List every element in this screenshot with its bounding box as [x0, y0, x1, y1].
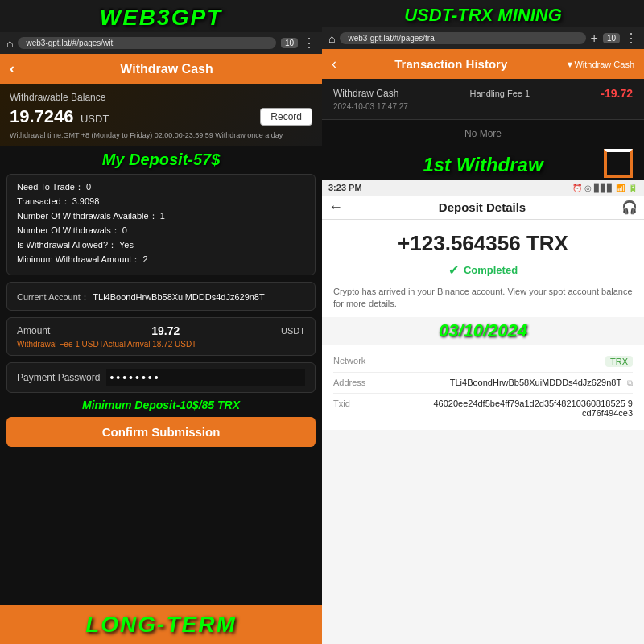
amount-value: 19.72	[151, 324, 180, 337]
deposit-browser-bar: ← Deposit Details 🎧	[322, 196, 644, 220]
withdrawals-row: Number Of Withdrawals： 0	[17, 225, 305, 237]
long-term-banner: LONG-TERM	[0, 605, 322, 644]
withdrawals-val: 0	[122, 225, 127, 235]
copy-address-icon[interactable]: ⧉	[627, 378, 633, 387]
transacted-row: Transacted： 3.9098	[17, 196, 305, 208]
right-url-box[interactable]: web3-gpt.lat/#/pages/tra	[340, 32, 585, 44]
tx-fee: Handling Fee 1	[470, 89, 530, 98]
headphone-icon[interactable]: 🎧	[621, 200, 638, 215]
withdraw-header-title: Withdraw Cash	[21, 62, 312, 76]
left-tab-badge: 10	[281, 38, 298, 48]
tx-date: 2024-10-03 17:47:27	[333, 102, 633, 111]
my-deposit-banner: My Deposit-57$	[0, 146, 322, 171]
location-icon: ◎	[584, 184, 592, 192]
confirm-button[interactable]: Confirm Submission	[6, 417, 316, 447]
network-label: Network	[333, 356, 390, 365]
amount-currency: USDT	[281, 326, 305, 336]
usdt-trx-title: USDT-TRX MINING	[404, 5, 562, 25]
account-label: Current Account：	[17, 292, 89, 302]
min-amount-row: Minimum Withdrawal Amount： 2	[17, 254, 305, 266]
tx-header: ‹ Transaction History ▼Withdraw Cash	[322, 49, 644, 79]
password-input[interactable]	[106, 369, 305, 386]
usdt-trx-banner: USDT-TRX MINING	[322, 0, 644, 27]
left-menu-dots[interactable]: ⋮	[303, 35, 316, 51]
need-to-trade-label: Need To Trade：	[17, 182, 84, 192]
date-text: 03/10/2024	[439, 320, 527, 341]
browser-bar-right: ⌂ web3-gpt.lat/#/pages/tra + 10 ⋮	[322, 27, 644, 49]
deposit-amount-value: +123.564356 TRX	[398, 231, 568, 255]
min-amount-val: 2	[143, 254, 148, 264]
txid-label: Txid	[333, 398, 390, 408]
signal-bar: ▊▊▊	[594, 184, 613, 192]
account-value: TLi4BoondHrwBb58XuiMDDDs4dJz629n8T	[93, 292, 264, 302]
web3gpt-title: WEB3GPT	[0, 5, 322, 31]
txid-val: 46020ee24df5be4ff79a1d2d35f4821036081852…	[431, 398, 633, 418]
allowed-label: Is Withdrawal Allowed?：	[17, 240, 117, 250]
deposit-title: Deposit Details	[348, 200, 617, 214]
check-icon: ✔	[448, 262, 459, 278]
tx-filter[interactable]: ▼Withdraw Cash	[566, 60, 634, 69]
left-panel: WEB3GPT ⌂ web3-gpt.lat/#/pages/wit 10 ⋮ …	[0, 0, 322, 644]
txid-row: Txid 46020ee24df5be4ff79a1d2d35f48210360…	[333, 394, 633, 423]
status-bar-time: 3:23 PM	[328, 183, 362, 192]
need-to-trade-row: Need To Trade： 0	[17, 181, 305, 193]
withdraw-time: Withdrawal time:GMT +8 (Monday to Friday…	[10, 130, 312, 141]
min-deposit-banner: Minimum Deposit-10$/85 TRX	[0, 396, 322, 414]
tx-header-title: Transaction History	[343, 57, 559, 71]
transacted-val: 3.9098	[72, 196, 100, 206]
wifi-icon: 📶	[616, 184, 625, 192]
transacted-label: Transacted：	[17, 196, 70, 206]
account-card: Current Account： TLi4BoondHrwBb58XuiMDDD…	[6, 282, 316, 311]
network-val: TRX	[605, 356, 633, 367]
left-url-box[interactable]: web3-gpt.lat/#/pages/wit	[18, 37, 275, 49]
min-amount-label: Minimum Withdrawal Amount：	[17, 254, 140, 264]
amount-card: Amount 19.72 USDT Withdrawal Fee 1 USDTA…	[6, 317, 316, 356]
top-banner: WEB3GPT	[0, 0, 322, 32]
withdrawals-avail-label: Number Of Withdrawals Available：	[17, 211, 158, 221]
deposit-desc: Crypto has arrived in your Binance accou…	[322, 281, 644, 317]
need-to-trade-val: 0	[86, 182, 91, 192]
right-home-icon[interactable]: ⌂	[328, 32, 335, 45]
balance-section: Withdrawable Balance 19.7246 USDT Record…	[0, 84, 322, 146]
my-deposit-text: My Deposit-57$	[102, 151, 221, 168]
withdrawals-avail-val: 1	[160, 211, 165, 221]
home-icon[interactable]: ⌂	[6, 37, 13, 50]
allowed-row: Is Withdrawal Allowed?： Yes	[17, 239, 305, 251]
password-card: Payment Password	[6, 362, 316, 393]
battery-icon: 🔋	[628, 184, 638, 192]
tx-back-arrow[interactable]: ‹	[332, 56, 336, 72]
balance-amount: 19.7246	[10, 106, 74, 126]
right-panel: USDT-TRX MINING ⌂ web3-gpt.lat/#/pages/t…	[322, 0, 644, 644]
record-button[interactable]: Record	[260, 108, 312, 126]
right-bottom-section: 3:23 PM ⏰ ◎ ▊▊▊ 📶 🔋 ← Deposit Details 🎧 …	[322, 180, 644, 644]
password-label: Payment Password	[17, 372, 100, 383]
right-top-section: USDT-TRX MINING ⌂ web3-gpt.lat/#/pages/t…	[322, 0, 644, 180]
deposit-status-bar: 3:23 PM ⏰ ◎ ▊▊▊ 📶 🔋	[322, 180, 644, 196]
tx-type: Withdraw Cash	[333, 88, 398, 99]
long-term-text: LONG-TERM	[85, 612, 237, 637]
first-withdraw-text: 1st Withdraw	[423, 154, 543, 175]
right-plus-icon[interactable]: +	[591, 31, 598, 46]
completed-text: Completed	[464, 264, 518, 276]
browser-bar-left: ⌂ web3-gpt.lat/#/pages/wit 10 ⋮	[0, 32, 322, 54]
deposit-back-arrow[interactable]: ←	[328, 199, 343, 216]
min-deposit-text: Minimum Deposit-10$/85 TRX	[82, 398, 240, 411]
allowed-val: Yes	[119, 240, 134, 250]
network-row: Network TRX	[333, 351, 633, 373]
right-menu-dots[interactable]: ⋮	[625, 31, 638, 46]
withdrawals-label: Number Of Withdrawals：	[17, 225, 120, 235]
address-label: Address	[333, 378, 390, 387]
address-val: TLi4BoondHrwBb58XuiMDDDs4dJz629n8T ⧉	[450, 378, 633, 388]
signal-icons: ⏰ ◎ ▊▊▊ 📶 🔋	[572, 184, 638, 192]
alarm-icon: ⏰	[572, 184, 582, 192]
withdraw-header: ‹ Withdraw Cash	[0, 54, 322, 84]
tx-amount: -19.72	[601, 87, 633, 100]
completed-row: ✔ Completed	[322, 259, 644, 281]
date-banner: 03/10/2024	[322, 317, 644, 345]
fee-note: Withdrawal Fee 1 USDTActual Arrival 18.7…	[17, 340, 305, 349]
address-row: Address TLi4BoondHrwBb58XuiMDDDs4dJz629n…	[333, 373, 633, 394]
withdraw-back-arrow[interactable]: ‹	[10, 60, 14, 77]
balance-currency: USDT	[80, 113, 109, 125]
withdrawals-avail-row: Number Of Withdrawals Available： 1	[17, 210, 305, 222]
info-card: Need To Trade： 0 Transacted： 3.9098 Numb…	[6, 174, 316, 275]
